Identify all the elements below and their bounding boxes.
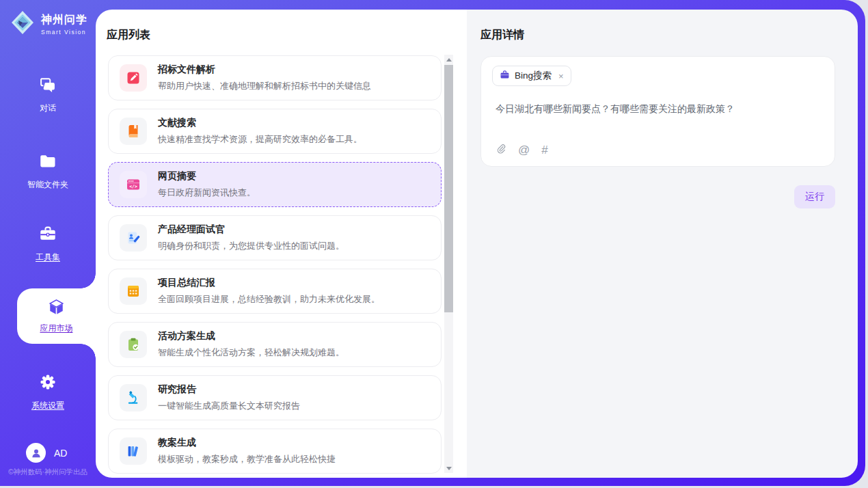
app-name: 活动方案生成 bbox=[158, 330, 344, 342]
tool-tag-label: Bing搜索 bbox=[515, 70, 552, 82]
sidebar-item-label: 智能文件夹 bbox=[27, 179, 68, 191]
sidebar-item-settings[interactable]: 系统设置 bbox=[0, 372, 96, 411]
svg-text:</>: </> bbox=[129, 184, 137, 189]
scroll-down-arrow[interactable] bbox=[444, 463, 453, 473]
literature-search-icon bbox=[120, 118, 147, 145]
briefcase-icon bbox=[500, 70, 510, 83]
app-list-scrollbar[interactable] bbox=[444, 55, 453, 473]
webpage-summary-icon: </> bbox=[120, 171, 147, 198]
app-description: 明确身份和职责，为您提供专业性的面试问题。 bbox=[158, 240, 344, 252]
brand-tagline: Smart Vision bbox=[41, 29, 87, 36]
app-description: 一键智能生成高质量长文本研究报告 bbox=[158, 400, 300, 412]
diamond-logo-icon bbox=[9, 9, 36, 39]
tender-doc-icon bbox=[120, 64, 147, 92]
brand-logo: 神州问学 Smart Vision bbox=[9, 9, 87, 39]
sidebar-item-label: 对话 bbox=[40, 103, 56, 114]
app-description: 模板驱动，教案秒成，教学准备从此轻松快捷 bbox=[158, 453, 336, 465]
mention-icon[interactable]: @ bbox=[518, 144, 530, 156]
copyright-text: ©神州数码·神州问学出品 bbox=[0, 467, 96, 477]
app-cards: 招标文件解析 帮助用户快速、准确地理解和解析招标书中的关键信息 文献搜索 bbox=[108, 55, 442, 478]
toolbox-icon bbox=[38, 224, 57, 245]
app-description: 全面回顾项目进展，总结经验教训，助力未来优化发展。 bbox=[158, 293, 380, 306]
query-input[interactable]: Bing搜索 × 今日湖北有哪些新闻要点？有哪些需要关注的最新政策？ @ # bbox=[480, 56, 835, 167]
app-card-lesson-plan[interactable]: 教案生成 模板驱动，教案秒成，教学准备从此轻松快捷 bbox=[108, 429, 442, 474]
user-account[interactable]: AD bbox=[26, 443, 67, 463]
app-name: 招标文件解析 bbox=[158, 64, 371, 76]
app-card-tender-doc[interactable]: 招标文件解析 帮助用户快速、准确地理解和解析招标书中的关键信息 bbox=[108, 55, 442, 100]
scrollbar-thumb[interactable] bbox=[444, 65, 453, 312]
app-name: 教案生成 bbox=[158, 437, 336, 449]
project-summary-icon bbox=[120, 277, 147, 305]
gear-icon bbox=[38, 372, 57, 394]
app-detail-panel: 应用详情 Bing搜索 × 今日湖北有哪些新闻要点？有哪些需要关注的最新政策？ bbox=[467, 10, 858, 478]
sidebar-item-toolset[interactable]: 工具集 bbox=[0, 224, 96, 263]
run-row: 运行 bbox=[480, 185, 835, 208]
app-description: 智能生成个性化活动方案，轻松解决规划难题。 bbox=[158, 347, 344, 359]
app-window: 神州问学 Smart Vision 对话 智能文件夹 bbox=[0, 0, 865, 486]
lesson-plan-icon bbox=[120, 437, 147, 465]
content-panel: 应用列表 招标文件解析 帮助用户快速、准确地理解和解析招标书中的关键信息 bbox=[96, 10, 858, 478]
app-name: 文献搜索 bbox=[158, 117, 362, 129]
sidebar-item-label: 系统设置 bbox=[31, 400, 64, 411]
app-description: 快速精准查找学术资源，提高研究效率的必备工具。 bbox=[158, 133, 362, 146]
app-name: 产品经理面试官 bbox=[158, 223, 344, 236]
app-name: 网页摘要 bbox=[158, 170, 256, 182]
tag-close-icon[interactable]: × bbox=[558, 71, 564, 81]
app-description: 每日政府新闻资讯快查。 bbox=[158, 187, 256, 199]
app-detail-title: 应用详情 bbox=[480, 28, 524, 42]
sidebar-item-label: 应用市场 bbox=[40, 323, 73, 334]
research-report-icon bbox=[120, 384, 147, 411]
sidebar-item-label: 工具集 bbox=[36, 252, 60, 263]
app-card-webpage-summary[interactable]: </> 网页摘要 每日政府新闻资讯快查。 bbox=[108, 162, 442, 207]
query-text: 今日湖北有哪些新闻要点？有哪些需要关注的最新政策？ bbox=[496, 103, 817, 116]
app-list-title: 应用列表 bbox=[107, 28, 150, 42]
app-name: 研究报告 bbox=[158, 383, 300, 396]
app-card-pm-interviewer[interactable]: 产品经理面试官 明确身份和职责，为您提供专业性的面试问题。 bbox=[108, 215, 442, 260]
app-card-activity-plan[interactable]: 活动方案生成 智能生成个性化活动方案，轻松解决规划难题。 bbox=[108, 322, 442, 367]
sidebar: 神州问学 Smart Vision 对话 智能文件夹 bbox=[0, 0, 96, 486]
folder-icon bbox=[38, 152, 57, 173]
user-avatar-icon bbox=[26, 443, 46, 463]
sidebar-item-chat[interactable]: 对话 bbox=[0, 75, 96, 114]
app-card-project-summary[interactable]: 项目总结汇报 全面回顾项目进展，总结经验教训，助力未来优化发展。 bbox=[108, 269, 442, 314]
activity-plan-icon bbox=[120, 331, 147, 358]
composer-tools: @ # bbox=[496, 143, 548, 157]
app-card-research-report[interactable]: 研究报告 一键智能生成高质量长文本研究报告 bbox=[108, 375, 442, 420]
app-description: 帮助用户快速、准确地理解和解析招标书中的关键信息 bbox=[158, 80, 371, 92]
run-button[interactable]: 运行 bbox=[794, 185, 835, 208]
app-name: 项目总结汇报 bbox=[158, 277, 380, 289]
tool-tag-bing-search[interactable]: Bing搜索 × bbox=[492, 66, 571, 86]
topic-hash-icon[interactable]: # bbox=[541, 144, 547, 156]
app-card-literature-search[interactable]: 文献搜索 快速精准查找学术资源，提高研究效率的必备工具。 bbox=[108, 109, 442, 154]
scroll-up-arrow[interactable] bbox=[444, 55, 453, 64]
app-list-panel: 应用列表 招标文件解析 帮助用户快速、准确地理解和解析招标书中的关键信息 bbox=[96, 10, 467, 478]
sidebar-item-app-market[interactable]: 应用市场 bbox=[17, 288, 96, 344]
cube-icon bbox=[47, 298, 66, 318]
paperclip-icon[interactable] bbox=[496, 143, 506, 157]
user-initials: AD bbox=[54, 448, 67, 459]
chat-icon bbox=[38, 75, 57, 96]
brand-name: 神州问学 bbox=[41, 13, 87, 27]
pm-interviewer-icon bbox=[120, 224, 147, 252]
sidebar-item-smart-folder[interactable]: 智能文件夹 bbox=[0, 152, 96, 191]
